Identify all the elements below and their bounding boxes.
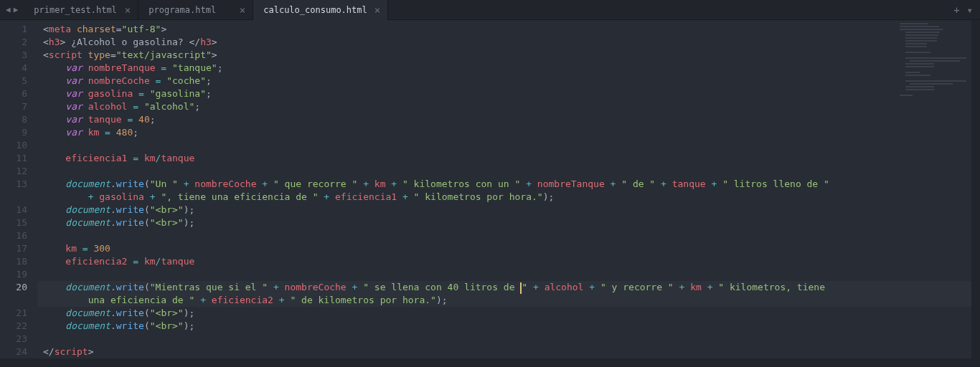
tab-calculo-consumo[interactable]: calculo_consumo.html × — [253, 0, 388, 20]
tab-primer-test[interactable]: primer_test.html × — [24, 0, 138, 20]
tab-programa[interactable]: programa.html × — [138, 0, 253, 20]
tab-menu-icon[interactable]: ▾ — [967, 4, 973, 16]
close-icon[interactable]: × — [367, 4, 380, 16]
tab-bar-actions: + ▾ — [953, 4, 980, 16]
scrollbar-vertical[interactable] — [971, 20, 980, 367]
tab-label: programa.html — [149, 5, 216, 15]
tab-label: calculo_consumo.html — [263, 5, 367, 15]
scrollbar-horizontal[interactable] — [0, 358, 971, 367]
close-icon[interactable]: × — [118, 4, 131, 16]
close-icon[interactable]: × — [232, 4, 245, 16]
editor: 123456789101112131415161718192021222324 … — [0, 20, 980, 367]
code-area[interactable]: <meta charset="utf-8"><h3> ¿Alcohol o ga… — [37, 20, 980, 367]
tab-bar: ◀ ▶ primer_test.html × programa.html × c… — [0, 0, 980, 20]
new-tab-icon[interactable]: + — [953, 4, 959, 16]
tab-label: primer_test.html — [34, 5, 117, 15]
nav-forward-icon[interactable]: ▶ — [14, 5, 19, 14]
nav-arrows: ◀ ▶ — [0, 5, 24, 14]
nav-back-icon[interactable]: ◀ — [6, 5, 11, 14]
gutter: 123456789101112131415161718192021222324 — [0, 20, 37, 367]
